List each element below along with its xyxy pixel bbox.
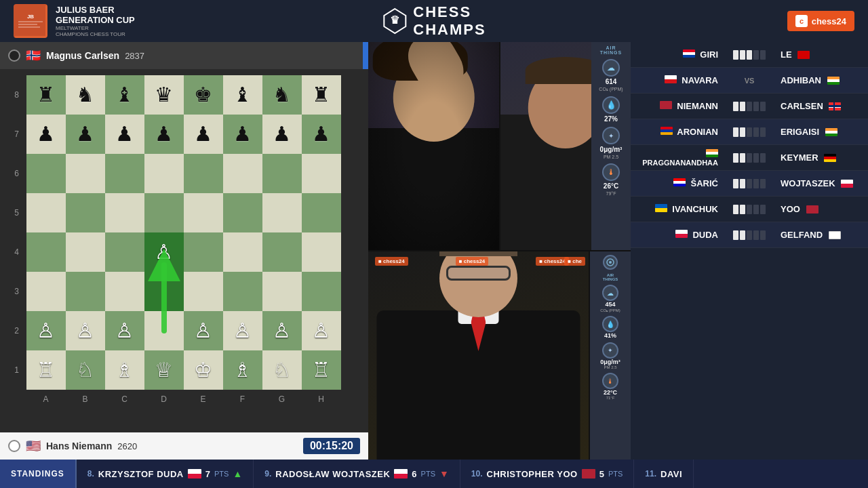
cell-c8[interactable] (105, 75, 144, 115)
cell-e4[interactable] (184, 232, 223, 272)
cell-f6[interactable] (223, 154, 262, 193)
piece-black-bishop-c8 (115, 85, 134, 105)
flag-cz (665, 75, 677, 83)
cell-b4[interactable] (66, 232, 105, 272)
cell-a4[interactable] (26, 232, 66, 272)
cell-e6[interactable] (184, 154, 223, 193)
ticker-pts-label-wojtaszek: PTS (421, 470, 435, 478)
file-f: F (223, 390, 262, 409)
cell-h4[interactable] (302, 232, 341, 272)
cell-a6[interactable] (26, 154, 66, 193)
cell-b8[interactable] (66, 75, 105, 115)
pip3 (747, 50, 752, 60)
game-timer: 00:15:20 (303, 438, 360, 454)
cell-d8[interactable] (144, 75, 184, 115)
cell-f3[interactable] (223, 272, 262, 311)
cell-f7[interactable] (223, 115, 262, 154)
cell-c1[interactable] (105, 350, 144, 390)
cell-h3[interactable] (302, 272, 341, 311)
chess-champs-title: CHESSCHAMPS (413, 3, 486, 39)
cell-d2[interactable] (144, 311, 184, 350)
player1-webcam (368, 42, 499, 250)
cell-a1[interactable] (26, 350, 66, 390)
ticker-rank-10: 10. (471, 469, 483, 479)
player-giri: GIRI (636, 49, 722, 60)
player-webcams-row: PUMA AIRTHINGS ☁ 614 CO₂ (PPM) � (368, 42, 631, 250)
file-e: E (184, 390, 223, 409)
cell-d6[interactable] (144, 154, 184, 193)
cell-f8[interactable] (223, 75, 262, 115)
comm-co2-value: 454 (605, 301, 615, 308)
svg-point-11 (609, 261, 612, 264)
cell-e5[interactable] (184, 193, 223, 232)
piece-white-knight-g1 (273, 360, 291, 380)
cell-d7[interactable] (144, 115, 184, 154)
cell-c7[interactable] (105, 115, 144, 154)
cell-e2[interactable] (184, 311, 223, 350)
cell-c3[interactable] (105, 272, 144, 311)
cell-f4[interactable] (223, 232, 262, 272)
flag-us (660, 101, 672, 109)
cell-g8[interactable] (262, 75, 302, 115)
cell-a3[interactable] (26, 272, 66, 311)
cell-f1[interactable] (223, 350, 262, 390)
cell-b2[interactable] (66, 311, 105, 350)
cell-h2[interactable] (302, 311, 341, 350)
white-player-name: Hans Niemann (46, 441, 112, 451)
cell-h5[interactable] (302, 193, 341, 232)
comm-pm: ✦ 0μg/m³ PM 2.5 (600, 342, 620, 369)
cell-c2[interactable] (105, 311, 144, 350)
cell-a7[interactable] (26, 115, 66, 154)
player-le: LE (776, 49, 863, 60)
cell-e3[interactable] (184, 272, 223, 311)
pip2 (740, 102, 745, 111)
cell-d4[interactable] (144, 232, 184, 272)
cell-a5[interactable] (26, 193, 66, 232)
commentator-row: ■ chess24 ■ chess24 ■ chess24 (368, 251, 631, 460)
cell-a8[interactable] (26, 75, 66, 115)
cell-g1[interactable] (262, 350, 302, 390)
cell-b7[interactable] (66, 115, 105, 154)
cell-c5[interactable] (105, 193, 144, 232)
corner (7, 390, 26, 409)
rank-4: 4 (7, 232, 26, 272)
piece-black-pawn-h7 (312, 124, 330, 144)
score-giri-le (722, 50, 776, 60)
cell-d1[interactable] (144, 350, 184, 390)
cell-g7[interactable] (262, 115, 302, 154)
cell-h7[interactable] (302, 115, 341, 154)
piece-white-pawn-f2 (233, 321, 252, 341)
cell-f5[interactable] (223, 193, 262, 232)
cell-g2[interactable] (262, 311, 302, 350)
ticker-rank-9: 9. (264, 469, 271, 479)
cell-g4[interactable] (262, 232, 302, 272)
cell-d5[interactable] (144, 193, 184, 232)
cell-b6[interactable] (66, 154, 105, 193)
cell-b1[interactable] (66, 350, 105, 390)
cell-g5[interactable] (262, 193, 302, 232)
player-wojtaszek: WOJTASZEK (776, 178, 863, 188)
cell-c6[interactable] (105, 154, 144, 193)
flag-us-yoo (806, 205, 818, 214)
cell-h8[interactable] (302, 75, 341, 115)
player-keymer: KEYMER (776, 152, 863, 163)
matchup-row-2: NAVARA VS ADHIBAN (631, 68, 868, 94)
cell-e8[interactable] (184, 75, 223, 115)
piece-black-pawn-g7 (273, 124, 291, 144)
flag-ua (655, 204, 667, 212)
player-aronian: ARONIAN (636, 127, 722, 137)
cell-b5[interactable] (66, 193, 105, 232)
cell-f2[interactable] (223, 311, 262, 350)
cell-h1[interactable] (302, 350, 341, 390)
cell-b3[interactable] (66, 272, 105, 311)
cell-d3[interactable] (144, 272, 184, 311)
cell-c4[interactable] (105, 232, 144, 272)
cell-e1[interactable] (184, 350, 223, 390)
cell-h6[interactable] (302, 154, 341, 193)
cell-g3[interactable] (262, 272, 302, 311)
player2-webcam: PUMA AIRTHINGS ☁ 614 CO₂ (PPM) � (500, 42, 631, 250)
white-piece-indicator (8, 440, 20, 452)
cell-g6[interactable] (262, 154, 302, 193)
cell-a2[interactable] (26, 311, 66, 350)
cell-e7[interactable] (184, 115, 223, 154)
